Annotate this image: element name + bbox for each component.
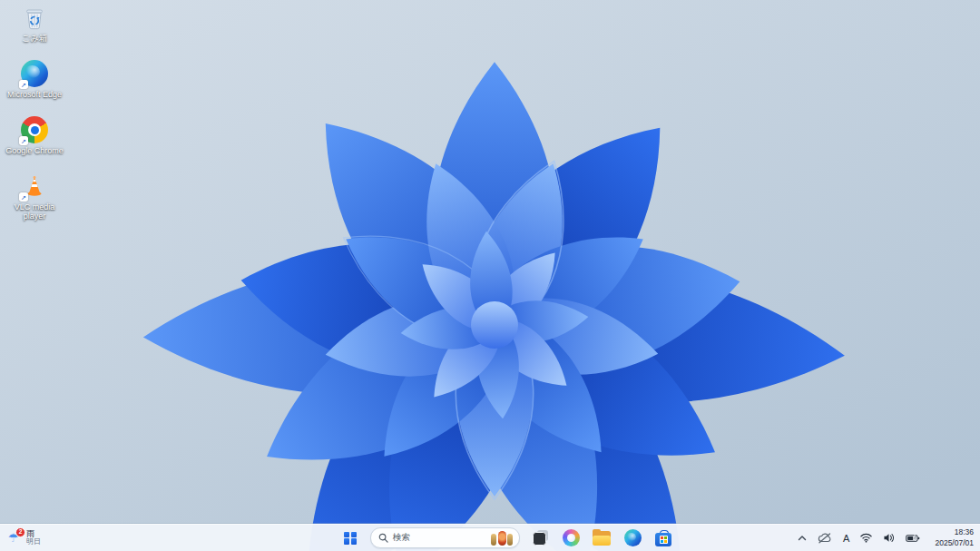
hidden-icons-button[interactable]: [796, 533, 808, 543]
system-tray: A 18:36: [796, 525, 977, 551]
umbrella-rain-icon: ☂ 2: [8, 530, 23, 546]
clock-time: 18:36: [935, 527, 974, 537]
microsoft-store-button[interactable]: [652, 527, 674, 549]
desktop-icon-google-chrome[interactable]: ↗ Google Chrome: [5, 116, 64, 163]
search-placeholder: 検索: [393, 532, 486, 544]
speaker-icon: [883, 533, 895, 543]
file-explorer-button[interactable]: [591, 527, 612, 549]
task-view-icon: [532, 529, 549, 546]
chevron-up-icon: [798, 535, 807, 541]
weather-day: 明日: [26, 538, 41, 546]
ime-mode-letter: A: [843, 533, 849, 544]
network-button[interactable]: [858, 531, 874, 545]
task-view-button[interactable]: [529, 527, 551, 549]
search-icon: [378, 533, 388, 543]
widgets-weather-button[interactable]: ☂ 2 雨 明日: [5, 526, 44, 549]
recycle-bin-icon: [21, 4, 48, 31]
wifi-icon: [860, 533, 872, 543]
desktop-icon-list: ごみ箱 ↗ Microsoft Edge ↗ Google Chrome ↗ V…: [5, 4, 64, 220]
desktop-icon-recycle-bin[interactable]: ごみ箱: [5, 4, 64, 51]
battery-button[interactable]: [904, 532, 922, 545]
windows-logo-icon: [344, 532, 357, 545]
onedrive-paused-icon: [818, 533, 832, 544]
search-input[interactable]: 検索: [370, 527, 520, 548]
onedrive-button[interactable]: [816, 531, 834, 546]
taskbar: ☂ 2 雨 明日 検索: [0, 524, 980, 551]
desktop-icon-label: Google Chrome: [5, 146, 64, 155]
notification-badge: 2: [15, 527, 25, 537]
copilot-icon: [563, 529, 580, 546]
desktop-wallpaper: [0, 0, 980, 551]
desktop-icon-vlc[interactable]: ↗ VLC media player: [5, 172, 64, 220]
start-button[interactable]: [339, 527, 361, 549]
edge-taskbar-button[interactable]: [622, 527, 643, 549]
desktop-icon-label: ごみ箱: [22, 34, 46, 43]
desktop-icon-label: VLC media player: [5, 202, 64, 221]
edge-icon: ↗: [21, 60, 48, 87]
chrome-icon: ↗: [21, 116, 48, 143]
taskbar-center: 検索: [339, 525, 674, 551]
battery-charging-icon: [906, 534, 920, 543]
clock-date: 2025/07/01: [935, 538, 974, 548]
search-highlight-image: [491, 531, 514, 546]
ime-mode-button[interactable]: A: [841, 531, 851, 546]
desktop-icon-microsoft-edge[interactable]: ↗ Microsoft Edge: [5, 60, 64, 107]
vlc-cone-icon: ↗: [21, 172, 48, 200]
edge-icon: [624, 529, 642, 546]
clock-date-button[interactable]: 18:36 2025/07/01: [931, 526, 977, 548]
copilot-button[interactable]: [560, 527, 582, 549]
bloom-graphic: [0, 0, 980, 551]
folder-icon: [593, 531, 611, 546]
volume-button[interactable]: [881, 531, 897, 545]
shortcut-arrow-icon: ↗: [19, 80, 28, 89]
shortcut-arrow-icon: ↗: [19, 192, 28, 202]
weather-text: 雨 明日: [26, 530, 41, 546]
shortcut-arrow-icon: ↗: [19, 136, 28, 145]
desktop-icon-label: Microsoft Edge: [7, 90, 62, 99]
store-icon: [655, 530, 671, 546]
